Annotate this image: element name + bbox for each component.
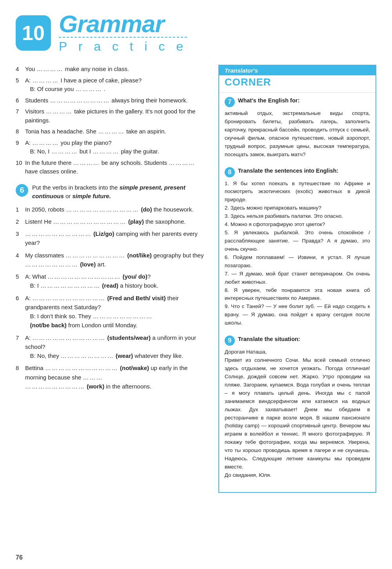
list-item: 2 Listen! He …………………………… (play) the saxo… (16, 217, 209, 226)
section8-body: 1. Я бы хотел поехать в путешествие по А… (225, 180, 370, 328)
ex-num: 8 (16, 127, 19, 136)
section6-title: Put the verbs in brackets into the simpl… (32, 183, 209, 201)
section6-number: 6 (16, 184, 28, 197)
chapter-number: 10 (16, 15, 51, 51)
section7-header: 7 What's the English for: (225, 97, 370, 107)
section7-body: активный отдых, экстремальные виды спорт… (225, 109, 370, 159)
ex-num: 10 (16, 159, 22, 168)
header: 10 Grammar P r a c t i c e (16, 12, 376, 54)
ex6-num: 7 (16, 333, 19, 342)
ex6-num: 6 (16, 294, 19, 303)
section8-number: 8 (225, 167, 235, 177)
list-item: 1 In 2050, robots …………………………… (do) the h… (16, 205, 209, 214)
list-item: 3 ………………………… (Liz/go) camping with her p… (16, 229, 209, 248)
section9-title: Translate the situation: (238, 335, 300, 343)
ex-num: 4 (16, 65, 19, 74)
title-practice: P r a c t i c e (59, 37, 187, 54)
section6-exercises: 1 In 2050, robots …………………………… (do) the h… (16, 205, 209, 391)
corner-title: CORNER (219, 75, 376, 93)
ex6-num: 4 (16, 251, 19, 260)
list-item: 8 Bettina …………………………… (not/wake) up earl… (16, 363, 209, 391)
list-item: 4 My classmates ……………………… (not/like) geo… (16, 251, 209, 269)
list-item: 4 You ………… make any noise in class. (16, 65, 209, 74)
list-item: 7 A: …………………………… (students/wear) a unifo… (16, 333, 209, 361)
main-content: 4 You ………… make any noise in class. 5 A:… (16, 65, 376, 493)
section8-header: 8 Translate the sentences into English: (225, 167, 370, 177)
section7-title: What's the English for: (238, 97, 299, 104)
section8-title: Translate the sentences into English: (238, 167, 338, 175)
title-grammar: Grammar (59, 12, 187, 36)
ex6-num: 8 (16, 363, 19, 372)
ex6-num: 2 (16, 217, 19, 226)
list-item: 8 Tonia has a headache. She ………… take an… (16, 127, 209, 136)
list-item: 6 A: …………………………… (Fred and Beth/ visit) … (16, 294, 209, 330)
ex6-num: 3 (16, 229, 19, 238)
list-item: 10 In the future there ………… be any schoo… (16, 159, 209, 176)
translators-label: Translator's (225, 67, 258, 74)
section9: 9 Translate the situation: Дорогая Наташ… (219, 335, 376, 487)
ex-num: 7 (16, 107, 19, 116)
page-number: 76 (16, 554, 23, 561)
title-block: Grammar P r a c t i c e (59, 12, 187, 54)
section8: 8 Translate the sentences into English: … (219, 167, 376, 336)
section9-body: Дорогая Наташа, Привет из солнечного Соч… (225, 348, 370, 480)
section7-number: 7 (225, 97, 235, 107)
page: 10 Grammar P r a c t i c e 4 You ………… ma… (0, 0, 392, 569)
list-item: 5 A: ………… I have a piece of cake, please… (16, 76, 209, 94)
ex6-num: 1 (16, 205, 19, 214)
list-item: 5 A: What …………………………… (you/ do)? B: I ……… (16, 272, 209, 290)
top-exercises: 4 You ………… make any noise in class. 5 A:… (16, 65, 209, 176)
ex-num: 6 (16, 96, 19, 105)
ex-num: 9 (16, 139, 19, 148)
list-item: 7 Visitors ………… take pictures in the gal… (16, 107, 209, 125)
section7: 7 What's the English for: активный отдых… (219, 97, 376, 167)
section9-header: 9 Translate the situation: (225, 335, 370, 346)
section6-header: 6 Put the verbs in brackets into the sim… (16, 183, 209, 201)
ex6-num: 5 (16, 272, 19, 281)
list-item: 9 A: ………… you play the piano? B: No, I …… (16, 139, 209, 156)
right-column: Translator's CORNER 7 What's the English… (218, 65, 376, 493)
section9-number: 9 (225, 336, 235, 346)
list-item: 6 Students ……………………… always bring their … (16, 96, 209, 105)
ex-num: 5 (16, 76, 19, 85)
left-column: 4 You ………… make any noise in class. 5 A:… (16, 65, 209, 394)
